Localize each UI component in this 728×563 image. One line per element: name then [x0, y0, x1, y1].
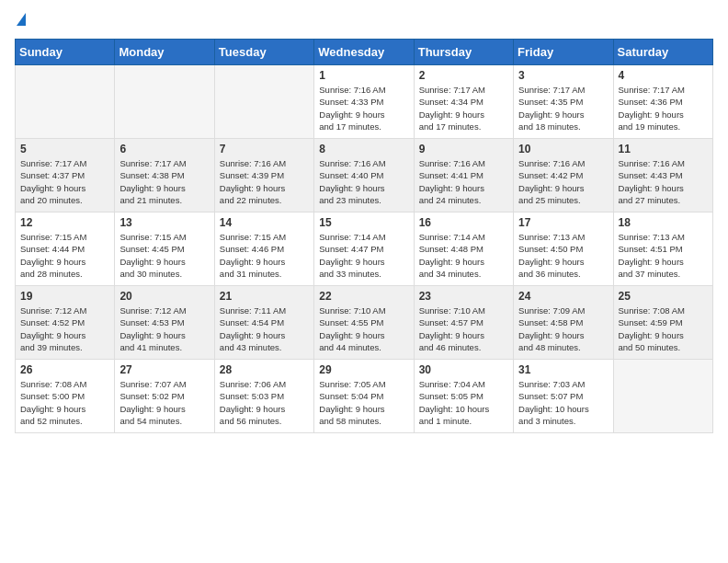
- day-number: 27: [119, 363, 209, 376]
- calendar-day: 16Sunrise: 7:14 AM Sunset: 4:48 PM Dayli…: [414, 213, 513, 286]
- day-info: Sunrise: 7:10 AM Sunset: 4:57 PM Dayligh…: [419, 304, 508, 353]
- calendar-day: 31Sunrise: 7:03 AM Sunset: 5:07 PM Dayli…: [514, 360, 613, 433]
- calendar-day: 22Sunrise: 7:10 AM Sunset: 4:55 PM Dayli…: [314, 286, 414, 360]
- day-number: 25: [619, 290, 708, 303]
- calendar-day: 9Sunrise: 7:16 AM Sunset: 4:41 PM Daylig…: [414, 139, 513, 213]
- day-info: Sunrise: 7:16 AM Sunset: 4:41 PM Dayligh…: [419, 157, 508, 206]
- calendar-day: 30Sunrise: 7:04 AM Sunset: 5:05 PM Dayli…: [414, 360, 513, 433]
- weekday-header-tuesday: Tuesday: [214, 40, 313, 65]
- day-info: Sunrise: 7:05 AM Sunset: 5:04 PM Dayligh…: [319, 378, 408, 427]
- calendar-table: SundayMondayTuesdayWednesdayThursdayFrid…: [15, 39, 713, 433]
- calendar-week-row: 12Sunrise: 7:15 AM Sunset: 4:44 PM Dayli…: [16, 213, 713, 286]
- day-number: 21: [220, 290, 309, 303]
- day-info: Sunrise: 7:17 AM Sunset: 4:35 PM Dayligh…: [518, 84, 608, 132]
- day-info: Sunrise: 7:15 AM Sunset: 4:45 PM Dayligh…: [119, 231, 209, 280]
- calendar-day: 27Sunrise: 7:07 AM Sunset: 5:02 PM Dayli…: [115, 360, 214, 433]
- day-info: Sunrise: 7:13 AM Sunset: 4:50 PM Dayligh…: [518, 231, 608, 280]
- calendar-day: 10Sunrise: 7:16 AM Sunset: 4:42 PM Dayli…: [514, 139, 613, 213]
- day-number: 28: [220, 363, 309, 376]
- day-info: Sunrise: 7:17 AM Sunset: 4:36 PM Dayligh…: [619, 84, 708, 132]
- weekday-header-monday: Monday: [115, 40, 214, 65]
- day-info: Sunrise: 7:09 AM Sunset: 4:58 PM Dayligh…: [518, 304, 608, 353]
- calendar-week-row: 5Sunrise: 7:17 AM Sunset: 4:37 PM Daylig…: [16, 139, 713, 213]
- day-number: 15: [319, 216, 408, 229]
- calendar-day: 15Sunrise: 7:14 AM Sunset: 4:47 PM Dayli…: [314, 213, 414, 286]
- day-info: Sunrise: 7:12 AM Sunset: 4:52 PM Dayligh…: [20, 304, 109, 353]
- calendar-day: 6Sunrise: 7:17 AM Sunset: 4:38 PM Daylig…: [115, 139, 214, 213]
- day-number: 13: [119, 216, 209, 229]
- calendar-day: 1Sunrise: 7:16 AM Sunset: 4:33 PM Daylig…: [314, 65, 414, 139]
- calendar-day: 23Sunrise: 7:10 AM Sunset: 4:57 PM Dayli…: [414, 286, 513, 360]
- calendar-day: 3Sunrise: 7:17 AM Sunset: 4:35 PM Daylig…: [514, 65, 613, 139]
- day-info: Sunrise: 7:16 AM Sunset: 4:42 PM Dayligh…: [518, 157, 608, 206]
- logo-triangle-icon: [17, 13, 26, 26]
- day-number: 31: [518, 363, 608, 376]
- calendar-day: 14Sunrise: 7:15 AM Sunset: 4:46 PM Dayli…: [214, 213, 313, 286]
- calendar-day: [115, 65, 214, 139]
- day-number: 10: [518, 143, 608, 155]
- calendar-day: 20Sunrise: 7:12 AM Sunset: 4:53 PM Dayli…: [115, 286, 214, 360]
- day-number: 8: [319, 143, 408, 155]
- calendar-day: [613, 360, 712, 433]
- day-info: Sunrise: 7:07 AM Sunset: 5:02 PM Dayligh…: [119, 378, 209, 427]
- weekday-header-thursday: Thursday: [414, 40, 513, 65]
- calendar-week-row: 1Sunrise: 7:16 AM Sunset: 4:33 PM Daylig…: [16, 65, 713, 139]
- calendar-week-row: 26Sunrise: 7:08 AM Sunset: 5:00 PM Dayli…: [16, 360, 713, 433]
- day-info: Sunrise: 7:16 AM Sunset: 4:43 PM Dayligh…: [619, 157, 708, 206]
- calendar-day: 29Sunrise: 7:05 AM Sunset: 5:04 PM Dayli…: [314, 360, 414, 433]
- day-info: Sunrise: 7:13 AM Sunset: 4:51 PM Dayligh…: [619, 231, 708, 280]
- day-number: 9: [419, 143, 508, 155]
- calendar-day: 13Sunrise: 7:15 AM Sunset: 4:45 PM Dayli…: [115, 213, 214, 286]
- day-number: 24: [518, 290, 608, 303]
- calendar-day: 7Sunrise: 7:16 AM Sunset: 4:39 PM Daylig…: [214, 139, 313, 213]
- day-info: Sunrise: 7:14 AM Sunset: 4:48 PM Dayligh…: [419, 231, 508, 280]
- day-number: 18: [619, 216, 708, 229]
- day-number: 22: [319, 290, 408, 303]
- day-number: 23: [419, 290, 508, 303]
- weekday-header-saturday: Saturday: [613, 40, 712, 65]
- calendar-day: 2Sunrise: 7:17 AM Sunset: 4:34 PM Daylig…: [414, 65, 513, 139]
- weekday-header-wednesday: Wednesday: [314, 40, 414, 65]
- day-number: 7: [220, 143, 309, 155]
- day-number: 29: [319, 363, 408, 376]
- day-info: Sunrise: 7:17 AM Sunset: 4:34 PM Dayligh…: [419, 84, 508, 132]
- weekday-header-friday: Friday: [514, 40, 613, 65]
- day-info: Sunrise: 7:16 AM Sunset: 4:39 PM Dayligh…: [220, 157, 309, 206]
- day-number: 3: [518, 69, 608, 82]
- day-info: Sunrise: 7:16 AM Sunset: 4:40 PM Dayligh…: [319, 157, 408, 206]
- day-info: Sunrise: 7:17 AM Sunset: 4:37 PM Dayligh…: [20, 157, 109, 206]
- day-info: Sunrise: 7:06 AM Sunset: 5:03 PM Dayligh…: [220, 378, 309, 427]
- day-number: 16: [419, 216, 508, 229]
- calendar-day: 24Sunrise: 7:09 AM Sunset: 4:58 PM Dayli…: [514, 286, 613, 360]
- calendar-week-row: 19Sunrise: 7:12 AM Sunset: 4:52 PM Dayli…: [16, 286, 713, 360]
- day-number: 30: [419, 363, 508, 376]
- calendar-day: 19Sunrise: 7:12 AM Sunset: 4:52 PM Dayli…: [16, 286, 115, 360]
- calendar-day: 17Sunrise: 7:13 AM Sunset: 4:50 PM Dayli…: [514, 213, 613, 286]
- calendar-day: 12Sunrise: 7:15 AM Sunset: 4:44 PM Dayli…: [16, 213, 115, 286]
- day-info: Sunrise: 7:17 AM Sunset: 4:38 PM Dayligh…: [119, 157, 209, 206]
- calendar-day: 5Sunrise: 7:17 AM Sunset: 4:37 PM Daylig…: [16, 139, 115, 213]
- calendar-day: 26Sunrise: 7:08 AM Sunset: 5:00 PM Dayli…: [16, 360, 115, 433]
- day-info: Sunrise: 7:04 AM Sunset: 5:05 PM Dayligh…: [419, 378, 508, 427]
- day-info: Sunrise: 7:16 AM Sunset: 4:33 PM Dayligh…: [319, 84, 408, 132]
- day-number: 12: [20, 216, 109, 229]
- day-number: 2: [419, 69, 508, 82]
- day-number: 6: [119, 143, 209, 155]
- day-info: Sunrise: 7:15 AM Sunset: 4:44 PM Dayligh…: [20, 231, 109, 280]
- page-header: [15, 15, 713, 28]
- day-number: 19: [20, 290, 109, 303]
- weekday-header-sunday: Sunday: [16, 40, 115, 65]
- day-info: Sunrise: 7:03 AM Sunset: 5:07 PM Dayligh…: [518, 378, 608, 427]
- day-info: Sunrise: 7:15 AM Sunset: 4:46 PM Dayligh…: [220, 231, 309, 280]
- day-info: Sunrise: 7:08 AM Sunset: 4:59 PM Dayligh…: [619, 304, 708, 353]
- calendar-day: 11Sunrise: 7:16 AM Sunset: 4:43 PM Dayli…: [613, 139, 712, 213]
- day-number: 20: [119, 290, 209, 303]
- day-info: Sunrise: 7:10 AM Sunset: 4:55 PM Dayligh…: [319, 304, 408, 353]
- day-info: Sunrise: 7:08 AM Sunset: 5:00 PM Dayligh…: [20, 378, 109, 427]
- calendar-day: 4Sunrise: 7:17 AM Sunset: 4:36 PM Daylig…: [613, 65, 712, 139]
- day-info: Sunrise: 7:11 AM Sunset: 4:54 PM Dayligh…: [220, 304, 309, 353]
- day-number: 17: [518, 216, 608, 229]
- calendar-day: 18Sunrise: 7:13 AM Sunset: 4:51 PM Dayli…: [613, 213, 712, 286]
- calendar-day: [16, 65, 115, 139]
- day-info: Sunrise: 7:12 AM Sunset: 4:53 PM Dayligh…: [119, 304, 209, 353]
